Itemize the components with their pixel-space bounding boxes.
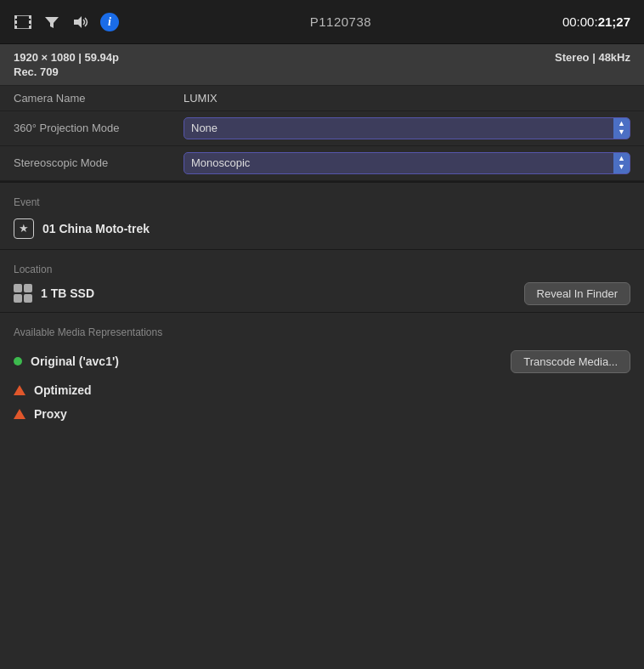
- media-label-proxy: Proxy: [34, 407, 67, 421]
- timecode-prefix: 00:00:: [562, 14, 598, 29]
- film-icon[interactable]: [14, 13, 32, 31]
- top-toolbar: i P1120738 00:00:21;27: [0, 0, 644, 44]
- svg-rect-4: [29, 15, 31, 19]
- stereoscopic-mode-row: Stereoscopic Mode Monoscopic ▲ ▼: [0, 146, 644, 181]
- media-representations-section: Available Media Representations Original…: [0, 313, 644, 433]
- chevron-down-icon: ▼: [618, 128, 625, 137]
- chevron-down-icon: ▼: [618, 163, 625, 172]
- projection-mode-row: 360° Projection Mode None ▲ ▼: [0, 111, 644, 146]
- event-icon: ★: [14, 218, 34, 239]
- info-bar: 1920 × 1080 | 59.94p Stereo | 48kHz Rec.…: [0, 44, 644, 86]
- svg-rect-6: [29, 26, 31, 29]
- svg-rect-5: [29, 20, 31, 24]
- status-triangle-proxy: [14, 409, 25, 419]
- svg-marker-8: [74, 16, 82, 28]
- svg-rect-3: [14, 26, 17, 29]
- projection-mode-select-wrapper: None ▲ ▼: [184, 117, 630, 139]
- location-section-label: Location: [14, 264, 630, 275]
- event-name: 01 China Moto-trek: [42, 222, 150, 235]
- stereoscopic-mode-value: Monoscopic: [184, 153, 613, 173]
- media-label-optimized: Optimized: [34, 383, 92, 397]
- event-row: ★ 01 China Moto-trek: [14, 215, 630, 242]
- status-triangle-optimized: [14, 385, 25, 395]
- svg-rect-2: [14, 20, 17, 24]
- transcode-media-button[interactable]: Transcode Media...: [511, 350, 630, 373]
- svg-rect-1: [14, 15, 17, 19]
- reveal-in-finder-button[interactable]: Reveal In Finder: [524, 282, 630, 305]
- location-row: 1 TB SSD Reveal In Finder: [14, 282, 630, 305]
- drive-icon: [14, 284, 32, 303]
- projection-mode-label: 360° Projection Mode: [14, 122, 184, 134]
- stereoscopic-mode-select[interactable]: Monoscopic ▲ ▼: [184, 152, 630, 174]
- speaker-icon[interactable]: [71, 13, 90, 31]
- media-item-proxy: Proxy: [14, 402, 630, 426]
- stereoscopic-mode-stepper[interactable]: ▲ ▼: [613, 153, 630, 173]
- media-section-label: Available Media Representations: [14, 326, 630, 338]
- clip-name: P1120738: [310, 14, 371, 29]
- media-item-original-left: Original ('avc1'): [14, 354, 119, 368]
- info-icon[interactable]: i: [100, 13, 119, 31]
- star-icon: ★: [19, 222, 29, 235]
- status-dot-green: [14, 357, 22, 366]
- svg-marker-7: [45, 17, 59, 28]
- audio-text: Stereo | 48kHz: [555, 51, 630, 64]
- info-bar-row1: 1920 × 1080 | 59.94p Stereo | 48kHz: [14, 51, 630, 64]
- location-section: Location 1 TB SSD Reveal In Finder: [0, 250, 644, 312]
- timecode-frames: 21;27: [598, 14, 630, 29]
- stereoscopic-mode-select-wrapper: Monoscopic ▲ ▼: [184, 152, 630, 174]
- toolbar-icons: i: [14, 13, 119, 31]
- media-label-original: Original ('avc1'): [31, 354, 119, 368]
- properties-table: Camera Name LUMIX 360° Projection Mode N…: [0, 86, 644, 182]
- location-left: 1 TB SSD: [14, 284, 94, 303]
- media-item-original: Original ('avc1') Transcode Media...: [14, 345, 630, 378]
- projection-mode-select[interactable]: None ▲ ▼: [184, 117, 630, 139]
- timecode: 00:00:21;27: [562, 14, 630, 29]
- event-section: Event ★ 01 China Moto-trek: [0, 183, 644, 249]
- location-name: 1 TB SSD: [41, 286, 94, 300]
- media-item-optimized: Optimized: [14, 378, 630, 402]
- color-space-text: Rec. 709: [14, 65, 630, 78]
- projection-mode-value: None: [184, 118, 613, 138]
- media-item-proxy-left: Proxy: [14, 407, 67, 421]
- resolution-text: 1920 × 1080 | 59.94p: [14, 51, 119, 64]
- camera-name-label: Camera Name: [14, 92, 184, 105]
- media-item-optimized-left: Optimized: [14, 383, 92, 397]
- projection-mode-stepper[interactable]: ▲ ▼: [613, 118, 630, 139]
- filter-icon[interactable]: [42, 13, 61, 31]
- camera-name-value: LUMIX: [184, 92, 630, 105]
- camera-name-row: Camera Name LUMIX: [0, 86, 644, 111]
- stereoscopic-mode-label: Stereoscopic Mode: [14, 156, 184, 169]
- event-section-label: Event: [14, 196, 630, 208]
